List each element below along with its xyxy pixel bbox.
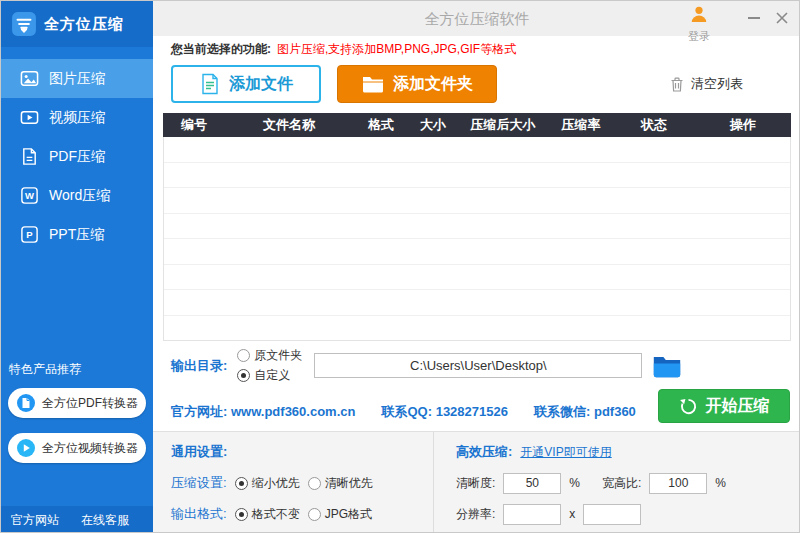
app-logo: 全方位压缩	[1, 1, 153, 47]
minimize-icon	[748, 17, 760, 19]
app-logo-icon	[11, 11, 37, 37]
output-path-input[interactable]	[314, 353, 642, 378]
radio-format-unchanged[interactable]: 格式不变	[235, 506, 300, 523]
refresh-icon	[679, 397, 698, 416]
ratio-percent: %	[715, 476, 726, 490]
notice-detail: 图片压缩,支持添加BMP,PNG,JPG,GIF等格式	[277, 41, 516, 58]
table-header: 压缩率	[549, 116, 613, 134]
vip-link[interactable]: 开通VIP即可使用	[520, 444, 611, 461]
clear-list-label: 清空列表	[691, 75, 743, 93]
official-website: 官方网址: www.pdf360.com.cn	[171, 403, 355, 421]
table-header: 状态	[613, 116, 695, 134]
contact-wechat: 联系微信: pdf360	[534, 403, 636, 421]
sidebar-item-ppt-compress[interactable]: P PPT压缩	[1, 215, 153, 254]
contact-info-row: 官方网址: www.pdf360.com.cn 联系QQ: 1328271526…	[171, 403, 636, 421]
radio-clarity-first[interactable]: 清晰优先	[308, 475, 373, 492]
add-file-label: 添加文件	[229, 74, 293, 95]
table-header: 压缩后大小	[457, 116, 549, 134]
clarity-input[interactable]	[503, 473, 561, 494]
start-compress-button[interactable]: 开始压缩	[658, 389, 790, 423]
table-header: 格式	[353, 116, 409, 134]
radio-size-first[interactable]: 缩小优先	[235, 475, 300, 492]
login-button[interactable]: 登录	[677, 4, 721, 44]
sidebar-item-word-compress[interactable]: W Word压缩	[1, 176, 153, 215]
menu-label: PPT压缩	[49, 226, 104, 244]
login-label: 登录	[677, 29, 721, 44]
menu-label: PDF压缩	[49, 148, 105, 166]
app-logo-text: 全方位压缩	[44, 15, 124, 34]
add-folder-label: 添加文件夹	[393, 74, 473, 95]
browse-folder-icon[interactable]	[652, 354, 682, 378]
sidebar-footer: 官方网站 在线客服	[1, 506, 153, 533]
table-header: 文件名称	[225, 116, 353, 134]
resolution-height-input[interactable]	[583, 504, 641, 525]
menu-label: Word压缩	[49, 187, 110, 205]
product-pdf-converter-button[interactable]: 全方位PDF转换器	[8, 388, 146, 418]
close-icon	[776, 12, 788, 24]
featured-products: 特色产品推荐 全方位PDF转换器 全方位视频转换器	[1, 361, 153, 478]
radio-clarity-first-label: 清晰优先	[325, 475, 373, 492]
menu-label: 视频压缩	[49, 109, 105, 127]
table-row	[164, 239, 790, 265]
sidebar-item-video-compress[interactable]: 视频压缩	[1, 98, 153, 137]
compression-setting-label: 压缩设置:	[171, 474, 227, 492]
notice-prefix: 您当前选择的功能:	[171, 41, 271, 58]
notice-bar: 您当前选择的功能: 图片压缩,支持添加BMP,PNG,JPG,GIF等格式	[171, 41, 516, 58]
table-row	[164, 290, 790, 316]
table-header: 大小	[409, 116, 457, 134]
titlebar: 全方位压缩软件 登录	[153, 1, 800, 36]
user-avatar-icon	[689, 10, 709, 27]
clarity-label: 清晰度:	[456, 475, 495, 492]
resolution-width-input[interactable]	[503, 504, 561, 525]
close-button[interactable]	[771, 7, 793, 29]
table-row	[164, 316, 790, 342]
output-format-label: 输出格式:	[171, 505, 227, 523]
svg-text:P: P	[26, 229, 33, 240]
sidebar-menu: 图片压缩 视频压缩 PDF压缩 W Word压缩	[1, 59, 153, 254]
table-row	[164, 214, 790, 240]
add-file-icon	[199, 73, 221, 95]
clear-list-button[interactable]: 清空列表	[669, 75, 743, 93]
radio-size-first-circle	[235, 477, 248, 490]
main-area: 全方位压缩软件 登录 您当前选择的功能: 图片压缩,支持添加BMP,PNG,JP…	[153, 1, 800, 533]
sidebar-item-image-compress[interactable]: 图片压缩	[1, 59, 153, 98]
featured-title: 特色产品推荐	[1, 361, 153, 388]
radio-original-folder[interactable]: 原文件夹	[237, 347, 302, 364]
radio-jpg-format[interactable]: JPG格式	[308, 506, 372, 523]
aspect-ratio-input[interactable]	[649, 473, 707, 494]
output-radio-group: 原文件夹 自定义	[237, 347, 302, 384]
radio-custom-folder-label: 自定义	[254, 367, 290, 384]
radio-original-folder-circle	[237, 349, 250, 362]
efficient-compression-label: 高效压缩:	[456, 443, 512, 461]
settings-panel: 通用设置: 压缩设置: 缩小优先 清晰优先 输出格式:	[153, 431, 800, 533]
menu-label: 图片压缩	[49, 70, 105, 88]
general-settings-title: 通用设置:	[171, 443, 227, 461]
video-icon	[19, 108, 39, 128]
product-video-converter-button[interactable]: 全方位视频转换器	[8, 433, 146, 463]
table-row	[164, 188, 790, 214]
radio-original-folder-label: 原文件夹	[254, 347, 302, 364]
resolution-x-separator: x	[569, 507, 575, 521]
add-file-button[interactable]: 添加文件	[171, 65, 321, 103]
add-folder-button[interactable]: 添加文件夹	[337, 65, 497, 103]
sidebar-item-pdf-compress[interactable]: PDF压缩	[1, 137, 153, 176]
table-header: 操作	[695, 116, 791, 134]
app-window: 全方位压缩 图片压缩 视频压缩 PDF压缩	[0, 0, 800, 533]
aspect-ratio-label: 宽高比:	[602, 475, 641, 492]
radio-custom-folder[interactable]: 自定义	[237, 367, 302, 384]
pdf-converter-icon	[16, 393, 36, 413]
pdf-icon	[19, 147, 39, 167]
image-icon	[19, 69, 39, 89]
efficient-settings: 高效压缩: 开通VIP即可使用 清晰度: % 宽高比: % 分辨率: x	[434, 432, 800, 533]
toolbar: 添加文件 添加文件夹 清空列表	[171, 63, 791, 105]
svg-text:W: W	[25, 190, 34, 201]
footer-link-official-site[interactable]: 官方网站	[11, 512, 59, 529]
minimize-button[interactable]	[743, 7, 765, 29]
radio-jpg-format-label: JPG格式	[325, 506, 372, 523]
radio-format-unchanged-circle	[235, 508, 248, 521]
footer-link-online-service[interactable]: 在线客服	[81, 512, 129, 529]
table-row	[164, 163, 790, 189]
table-row	[164, 265, 790, 291]
video-converter-icon	[16, 438, 36, 458]
contact-qq: 联系QQ: 1328271526	[381, 403, 508, 421]
